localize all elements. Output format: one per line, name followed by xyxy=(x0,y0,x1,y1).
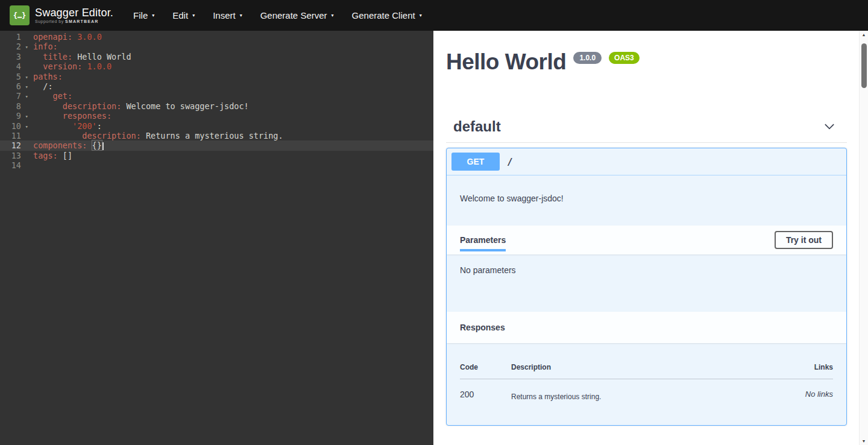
editor-line-10[interactable]: 10▾ '200': xyxy=(0,121,433,131)
line-number: 1 xyxy=(0,32,29,42)
line-number: 6▾ xyxy=(0,81,29,91)
operation-description: Welcome to swagger-jsdoc! xyxy=(447,175,846,226)
get-method-badge[interactable]: GET xyxy=(451,153,500,171)
brand[interactable]: {…} Swagger Editor. Supported by SMARTBE… xyxy=(10,5,113,25)
editor-line-14[interactable]: 14 xyxy=(0,160,433,170)
line-number: 10▾ xyxy=(0,121,29,131)
editor-line-7[interactable]: 7▾ get: xyxy=(0,91,433,101)
line-number: 9▾ xyxy=(0,111,29,121)
scrollbar-up-arrow-icon[interactable]: ▲ xyxy=(860,33,868,37)
code-text: paths: xyxy=(29,72,63,81)
operation-path: / xyxy=(507,156,513,168)
menu-insert[interactable]: Insert▾ xyxy=(204,0,251,31)
fold-arrow-icon[interactable]: ▾ xyxy=(25,72,28,82)
menu-generate-client[interactable]: Generate Client▾ xyxy=(343,0,431,31)
editor-line-11[interactable]: 11 description: Returns a mysterious str… xyxy=(0,131,433,140)
editor-line-13[interactable]: 13tags: [] xyxy=(0,151,433,160)
brand-text: Swagger Editor. Supported by SMARTBEAR xyxy=(35,7,113,24)
caret-down-icon: ▾ xyxy=(332,13,334,18)
line-number: 13 xyxy=(0,151,29,160)
swagger-logo-icon: {…} xyxy=(10,5,30,25)
tag-title: default xyxy=(453,118,501,135)
header-links: Links xyxy=(785,363,833,371)
code-text: get: xyxy=(29,91,72,101)
header-code: Code xyxy=(460,363,511,371)
responses-section-header: Responses xyxy=(447,312,846,343)
tag-section-default[interactable]: default xyxy=(446,118,847,143)
response-row: 200Returns a mysterious string.No links xyxy=(460,379,833,401)
brand-subtitle-prefix: Supported by xyxy=(35,19,64,24)
editor-line-3[interactable]: 3 title: Hello World xyxy=(0,52,433,62)
brand-title: Swagger Editor. xyxy=(35,7,113,19)
line-number: 14 xyxy=(0,160,29,170)
editor-lines: 1openapi: 3.0.02▾info:3 title: Hello Wor… xyxy=(0,32,433,170)
responses-title: Responses xyxy=(460,323,505,332)
response-code: 200 xyxy=(460,390,511,401)
editor-line-4[interactable]: 4 version: 1.0.0 xyxy=(0,62,433,71)
code-text: version: 1.0.0 xyxy=(29,62,112,71)
fold-arrow-icon[interactable]: ▾ xyxy=(25,82,28,92)
menu-label: Edit xyxy=(172,10,188,21)
caret-down-icon: ▾ xyxy=(152,13,154,18)
opblock-get-root: GET / Welcome to swagger-jsdoc! Paramete… xyxy=(446,148,847,426)
caret-down-icon: ▾ xyxy=(192,13,195,18)
api-title: Hello World xyxy=(446,51,566,73)
line-number: 3 xyxy=(0,52,29,62)
code-text: '200': xyxy=(29,121,102,131)
oas3-badge: OAS3 xyxy=(609,52,640,64)
tab-parameters[interactable]: Parameters xyxy=(460,229,506,251)
line-number: 7▾ xyxy=(0,91,29,101)
menu-generate-server[interactable]: Generate Server▾ xyxy=(251,0,343,31)
header-description: Description xyxy=(511,363,785,371)
fold-arrow-icon[interactable]: ▾ xyxy=(25,112,28,121)
menu-file[interactable]: File▾ xyxy=(124,0,163,31)
code-text: tags: [] xyxy=(29,151,72,160)
editor-line-12[interactable]: 12components: {} xyxy=(0,140,433,150)
editor-line-8[interactable]: 8 description: Welcome to swagger-jsdoc! xyxy=(0,101,433,111)
code-text: info: xyxy=(29,42,58,51)
fold-arrow-icon[interactable]: ▾ xyxy=(25,122,28,131)
fold-arrow-icon[interactable]: ▾ xyxy=(25,92,28,101)
editor-line-1[interactable]: 1openapi: 3.0.0 xyxy=(0,32,433,42)
navbar-menus: File▾Edit▾Insert▾Generate Server▾Generat… xyxy=(124,0,431,31)
response-links: No links xyxy=(785,390,833,401)
code-text: description: Welcome to swagger-jsdoc! xyxy=(29,101,249,111)
line-number: 12 xyxy=(0,140,29,150)
menu-label: Insert xyxy=(213,10,236,21)
api-docs-panel: Hello World 1.0.0 OAS3 default GET / Wel… xyxy=(433,31,859,445)
version-badge: 1.0.0 xyxy=(573,52,602,64)
editor-line-5[interactable]: 5▾paths: xyxy=(0,72,433,81)
editor-line-9[interactable]: 9▾ responses: xyxy=(0,111,433,121)
scrollbar-thumb[interactable] xyxy=(861,43,867,88)
scrollbar-down-arrow-icon[interactable]: ▼ xyxy=(860,439,868,443)
caret-down-icon: ▾ xyxy=(420,13,422,18)
parameters-section-header: Parameters Try it out xyxy=(447,226,846,254)
chevron-down-icon[interactable] xyxy=(823,120,836,133)
try-it-out-button[interactable]: Try it out xyxy=(775,231,833,249)
code-text: title: Hello World xyxy=(29,52,131,62)
menu-label: Generate Client xyxy=(352,10,415,21)
fold-arrow-icon[interactable]: ▾ xyxy=(25,42,28,52)
code-text: components: {} xyxy=(29,140,104,150)
code-editor[interactable]: 1openapi: 3.0.02▾info:3 title: Hello Wor… xyxy=(0,31,433,445)
parameters-body: No parameters xyxy=(447,254,846,312)
docs-scrollbar[interactable]: ▲ ▼ xyxy=(859,31,868,445)
code-text: responses: xyxy=(29,111,112,121)
code-text: /: xyxy=(29,81,53,91)
menu-label: Generate Server xyxy=(260,10,327,21)
code-text xyxy=(29,160,33,170)
api-info-header: Hello World 1.0.0 OAS3 xyxy=(446,51,847,73)
no-parameters-text: No parameters xyxy=(460,265,516,275)
responses-table-rows: 200Returns a mysterious string.No links xyxy=(460,379,833,401)
editor-line-2[interactable]: 2▾info: xyxy=(0,42,433,51)
top-navbar: {…} Swagger Editor. Supported by SMARTBE… xyxy=(0,0,868,31)
menu-edit[interactable]: Edit▾ xyxy=(163,0,204,31)
editor-line-6[interactable]: 6▾ /: xyxy=(0,81,433,91)
line-number: 5▾ xyxy=(0,72,29,81)
code-text: description: Returns a mysterious string… xyxy=(29,131,283,140)
line-number: 8 xyxy=(0,101,29,111)
code-text: openapi: 3.0.0 xyxy=(29,32,102,42)
operation-summary[interactable]: GET / xyxy=(447,148,846,175)
caret-down-icon: ▾ xyxy=(240,13,242,18)
line-number: 2▾ xyxy=(0,42,29,51)
